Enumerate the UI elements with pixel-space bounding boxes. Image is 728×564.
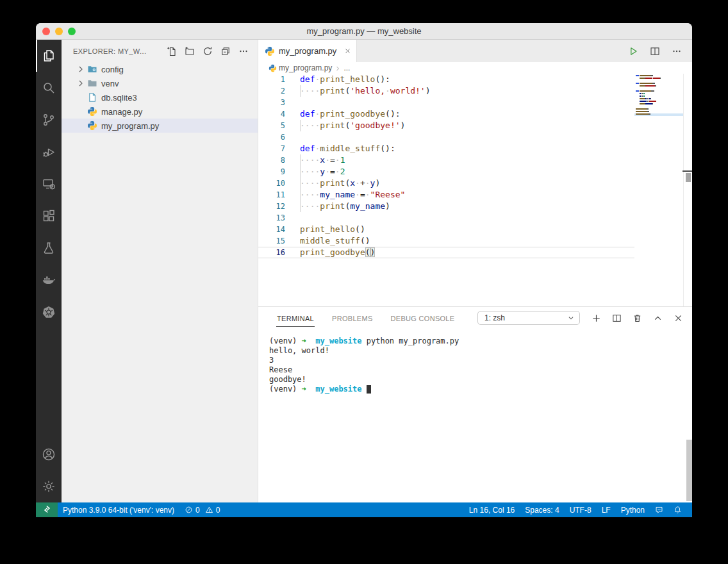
terminal-shell-select[interactable]: 1: zsh	[477, 311, 580, 325]
tree-item-venv[interactable]: venv	[62, 76, 258, 90]
editor-scrollbar-thumb[interactable]	[686, 173, 691, 182]
line-number: 16	[258, 247, 285, 258]
remote-icon	[42, 504, 52, 516]
kubernetes-icon	[41, 304, 56, 320]
code-line[interactable]: 14print_hello()	[258, 224, 692, 235]
maximize-panel-icon[interactable]	[653, 313, 663, 323]
terminal-output[interactable]: (venv) ➜ my_website python my_program.py…	[258, 329, 692, 394]
tree-item-label: my_program.py	[101, 121, 159, 131]
overview-cursor-marker	[682, 170, 692, 172]
close-window-button[interactable]	[42, 28, 50, 35]
activity-item-source-control[interactable]	[36, 104, 62, 136]
code-line[interactable]: 15middle_stuff()	[258, 235, 692, 247]
shell-select-value: 1: zsh	[484, 313, 505, 322]
code-line[interactable]: 12····print(my_name)	[258, 201, 692, 212]
notifications-button[interactable]	[668, 506, 687, 514]
tree-item-label: db.sqlite3	[101, 93, 137, 103]
status-python[interactable]: Python	[616, 506, 650, 515]
more-icon[interactable]	[238, 46, 249, 56]
code-line[interactable]: 6	[258, 131, 692, 143]
tab-my-program-py[interactable]: my_program.py	[258, 40, 357, 62]
new-folder-icon[interactable]	[185, 46, 195, 56]
collapse-all-icon[interactable]	[220, 46, 231, 56]
code-line[interactable]: 13	[258, 212, 692, 224]
code-line[interactable]: 2····print('hello,·world!')	[258, 85, 692, 97]
status-utf-8[interactable]: UTF-8	[565, 506, 597, 515]
error-count: 0	[195, 506, 200, 515]
line-number: 3	[258, 97, 285, 108]
python-file-icon	[269, 64, 277, 72]
line-number: 12	[258, 201, 285, 212]
remote-indicator[interactable]	[36, 502, 58, 517]
panel-tab-terminal[interactable]: TERMINAL	[276, 310, 315, 327]
problems-status[interactable]: 0 0	[179, 506, 225, 515]
feedback-button[interactable]	[650, 506, 668, 514]
indent-guide	[300, 85, 301, 97]
kill-terminal-icon[interactable]	[633, 313, 642, 323]
source-control-icon	[41, 112, 56, 128]
code-line[interactable]: 8····x·=·1	[258, 154, 692, 166]
code-line[interactable]: 10····print(x·+·y)	[258, 178, 692, 189]
activity-item-explorer[interactable]	[36, 40, 62, 72]
activity-item-docker[interactable]	[36, 264, 62, 296]
line-number: 7	[258, 143, 285, 154]
activity-item-testing[interactable]	[36, 232, 62, 264]
window-title: my_program.py — my_website	[306, 26, 421, 36]
activity-item-remote-explorer[interactable]	[36, 168, 62, 200]
code-line[interactable]: 16print_goodbye()	[258, 247, 692, 258]
panel-tab-problems[interactable]: PROBLEMS	[331, 310, 374, 326]
file-db-icon	[87, 92, 97, 103]
code-line[interactable]: 4def·print_goodbye():	[258, 108, 692, 120]
activity-item-extensions[interactable]	[36, 200, 62, 232]
activity-item-account[interactable]	[36, 438, 62, 470]
folder-icon	[87, 78, 97, 88]
warning-count: 0	[216, 506, 220, 515]
tab-close-icon[interactable]	[344, 47, 351, 54]
terminal-scrollbar-thumb[interactable]	[686, 440, 692, 501]
tree-item-my-program-py[interactable]: my_program.py	[62, 119, 258, 133]
activity-item-settings[interactable]	[36, 470, 62, 502]
terminal-cursor	[367, 385, 371, 394]
zoom-window-button[interactable]	[68, 28, 76, 35]
line-number: 11	[258, 189, 285, 201]
more-icon[interactable]	[672, 46, 682, 56]
new-terminal-icon[interactable]	[592, 313, 601, 323]
breadcrumb-file[interactable]: my_program.py	[279, 63, 332, 72]
code-line[interactable]: 11····my_name·=·"Reese"	[258, 189, 692, 201]
panel-header: TERMINALPROBLEMSDEBUG CONSOLE 1: zsh	[258, 307, 692, 329]
tree-item-config[interactable]: config	[62, 62, 258, 76]
code-line[interactable]: 9····y·=·2	[258, 166, 692, 178]
tab-label: my_program.py	[279, 46, 336, 56]
overview-ruler[interactable]	[683, 74, 692, 306]
python-interpreter-status[interactable]: Python 3.9.0 64-bit ('venv': venv)	[58, 506, 179, 515]
run-button[interactable]	[628, 46, 638, 56]
split-terminal-icon[interactable]	[612, 313, 622, 323]
status-spaces-4[interactable]: Spaces: 4	[520, 506, 564, 515]
indent-guide	[300, 154, 301, 166]
tree-item-db-sqlite3[interactable]: db.sqlite3	[62, 90, 258, 104]
activity-item-search[interactable]	[36, 72, 62, 104]
panel-tab-debug-console[interactable]: DEBUG CONSOLE	[390, 310, 456, 326]
code-line[interactable]: 3	[258, 97, 692, 108]
line-number: 6	[258, 131, 285, 143]
close-panel-icon[interactable]	[674, 313, 683, 323]
breadcrumb-more[interactable]: ...	[343, 63, 350, 72]
tree-item-manage-py[interactable]: manage.py	[62, 104, 258, 119]
chevron-right-icon	[76, 64, 86, 74]
tree-indent	[76, 92, 86, 103]
status-lf[interactable]: LF	[597, 506, 616, 515]
code-editor[interactable]: 1def·print_hello():2····print('hello,·wo…	[258, 74, 692, 306]
activity-item-kubernetes[interactable]	[36, 296, 62, 328]
minimize-window-button[interactable]	[55, 28, 63, 35]
refresh-icon[interactable]	[203, 46, 213, 56]
terminal-line: hello, world!	[269, 346, 692, 356]
minimap[interactable]	[634, 75, 683, 116]
status-ln-16-col-16[interactable]: Ln 16, Col 16	[464, 506, 520, 515]
split-editor-icon[interactable]	[650, 46, 660, 56]
code-line[interactable]: 1def·print_hello():	[258, 74, 692, 85]
activity-item-run-debug[interactable]	[36, 136, 62, 168]
new-file-icon[interactable]	[167, 46, 177, 56]
code-line[interactable]: 5····print('goodbye!')	[258, 120, 692, 131]
title-bar[interactable]: my_program.py — my_website	[36, 23, 692, 40]
code-line[interactable]: 7def·middle_stuff():	[258, 143, 692, 154]
